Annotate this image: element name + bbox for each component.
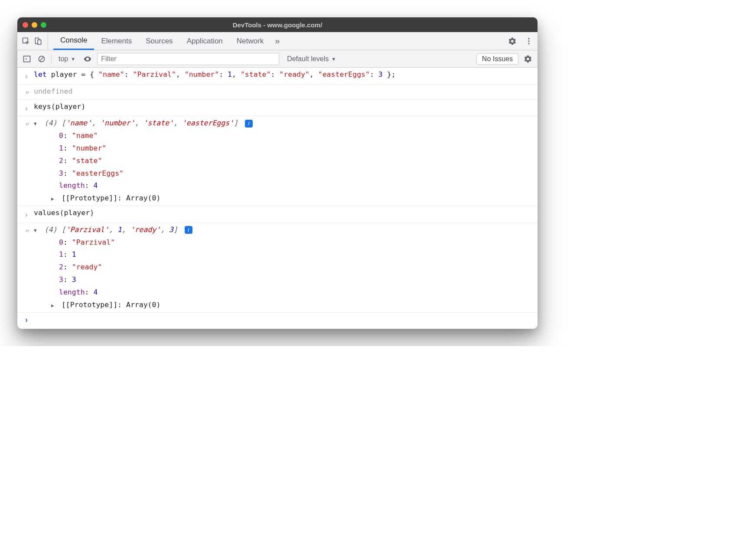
console-settings-icon[interactable] [523, 54, 533, 64]
console-input-row: keys(player) [17, 100, 538, 117]
tab-console[interactable]: Console [53, 32, 94, 50]
execution-context-select[interactable]: top ▼ [56, 55, 78, 63]
more-tabs-button[interactable]: » [270, 36, 284, 46]
clear-console-icon[interactable] [36, 54, 47, 64]
device-toolbar-icon[interactable] [33, 36, 43, 46]
console-output-row: (4) ['name', 'number', 'state', 'easterE… [17, 116, 538, 206]
array-summary: ['Parzival', 1, 'ready', 3] [62, 226, 178, 234]
settings-icon[interactable] [507, 36, 518, 46]
console-output: let player = { "name": "Parzival", "numb… [17, 68, 538, 313]
panel-tabs: ConsoleElementsSourcesApplicationNetwork [53, 32, 270, 50]
info-icon[interactable]: i [245, 120, 253, 128]
log-levels-label: Default levels [287, 55, 329, 63]
console-input-row: values(player) [17, 206, 538, 223]
input-chevron-icon [22, 101, 31, 115]
output-chevron-icon [22, 117, 31, 130]
kebab-menu-icon[interactable] [524, 36, 534, 46]
array-output: (4) ['name', 'number', 'state', 'easterE… [31, 117, 533, 205]
input-chevron-icon [22, 207, 31, 222]
array-prototype[interactable]: [[Prototype]]: Array(0) [42, 299, 533, 311]
expand-toggle-icon[interactable] [34, 117, 40, 130]
array-count: (4) [44, 119, 62, 127]
console-filterbar: top ▼ Default levels ▼ No Issues [17, 50, 538, 68]
tab-application[interactable]: Application [180, 32, 230, 50]
svg-line-8 [39, 57, 44, 61]
expand-toggle-icon[interactable] [51, 192, 57, 205]
console-prompt[interactable] [17, 313, 538, 329]
titlebar: DevTools - www.google.com/ [17, 17, 538, 32]
prompt-chevron-icon [22, 314, 31, 324]
console-output-row: (4) ['Parzival', 1, 'ready', 3] i 0: "Pa… [17, 223, 538, 312]
svg-point-5 [528, 43, 529, 44]
console-input-row: let player = { "name": "Parzival", "numb… [17, 68, 538, 85]
output-chevron-icon [22, 224, 31, 237]
array-item: 1: 1 [42, 249, 533, 261]
issues-button[interactable]: No Issues [476, 53, 518, 65]
console-output-row: undefined [17, 85, 538, 100]
array-item: 2: "ready" [42, 261, 533, 274]
array-count: (4) [44, 226, 62, 234]
output-chevron-icon [22, 85, 31, 98]
array-item: 2: "state" [42, 155, 533, 167]
filter-input[interactable] [97, 53, 279, 65]
console-input-text: keys(player) [31, 101, 533, 113]
expand-toggle-icon[interactable] [34, 224, 40, 236]
expand-toggle-icon[interactable] [51, 299, 57, 311]
array-item: 0: "name" [42, 130, 533, 142]
chevron-down-icon: ▼ [331, 56, 336, 62]
array-item: 0: "Parzival" [42, 236, 533, 249]
execution-context-label: top [59, 55, 68, 63]
show-console-sidebar-icon[interactable] [22, 54, 32, 64]
main-toolbar: ConsoleElementsSourcesApplicationNetwork… [17, 32, 538, 50]
log-levels-select[interactable]: Default levels ▼ [284, 55, 339, 63]
close-window-button[interactable] [23, 22, 28, 28]
window-title: DevTools - www.google.com/ [17, 21, 538, 29]
live-expression-icon[interactable] [82, 54, 93, 64]
svg-point-4 [528, 40, 529, 42]
array-item: 3: "easterEggs" [42, 167, 533, 180]
inspect-element-icon[interactable] [21, 36, 31, 46]
input-chevron-icon [22, 69, 31, 83]
array-length: length: 4 [42, 286, 533, 299]
array-prototype[interactable]: [[Prototype]]: Array(0) [42, 192, 533, 205]
zoom-window-button[interactable] [41, 22, 46, 28]
array-item: 1: "number" [42, 142, 533, 155]
chevron-down-icon: ▼ [71, 56, 75, 62]
array-item: 3: 3 [42, 274, 533, 286]
console-output-text: undefined [31, 85, 533, 98]
traffic-lights [23, 22, 46, 28]
tab-elements[interactable]: Elements [94, 32, 139, 50]
minimize-window-button[interactable] [32, 22, 37, 28]
svg-point-3 [528, 38, 529, 39]
devtools-window: DevTools - www.google.com/ ConsoleElemen… [17, 17, 538, 329]
svg-rect-2 [38, 39, 41, 44]
array-length: length: 4 [42, 180, 533, 192]
info-icon[interactable]: i [185, 226, 192, 234]
tab-network[interactable]: Network [230, 32, 270, 50]
array-summary: ['name', 'number', 'state', 'easterEggs'… [62, 119, 238, 127]
console-input-text: values(player) [31, 207, 533, 219]
console-input-text: let player = { "name": "Parzival", "numb… [31, 69, 533, 81]
array-output: (4) ['Parzival', 1, 'ready', 3] i 0: "Pa… [31, 224, 533, 311]
tab-sources[interactable]: Sources [139, 32, 179, 50]
